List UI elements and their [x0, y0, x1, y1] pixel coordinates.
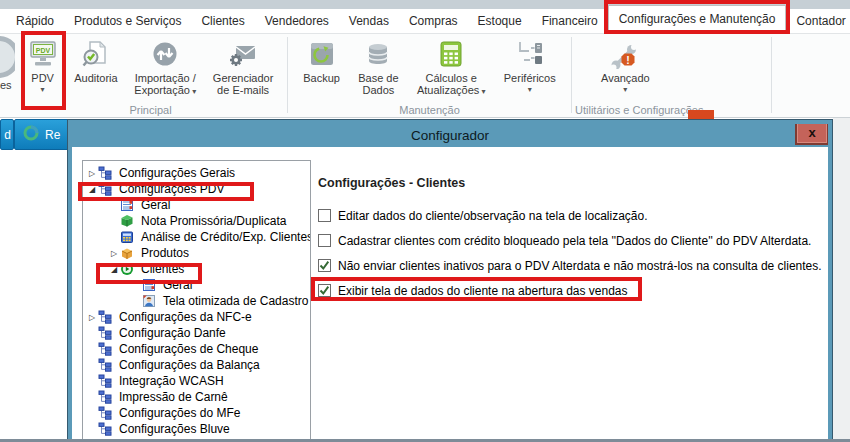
audit-button[interactable]: Auditoria [71, 36, 120, 104]
tree-item-configurações-da-balança[interactable]: Configurações da Balança [83, 357, 310, 373]
peripherals-button[interactable]: Periféricos▾ [501, 36, 559, 104]
dropdown-caret-icon: ▾ [623, 86, 627, 94]
email-manager-button[interactable]: Gerenciadorde E-mails [210, 36, 277, 104]
org-icon [98, 342, 114, 356]
menu-item-configurações-e-manutenção[interactable]: Configurações e Manutenção [608, 5, 787, 33]
ring-icon [22, 124, 40, 145]
tree-item-configurações-do-mfe[interactable]: Configurações do MFe [83, 405, 310, 421]
tree-item-produtos[interactable]: ▷Produtos [83, 245, 310, 261]
ribbon-button-label: Auditoria [74, 72, 117, 84]
org-icon [98, 182, 114, 196]
tree-item-label: Configurações Gerais [119, 166, 235, 180]
tree-item-configurações-gerais[interactable]: ▷Configurações Gerais [83, 165, 310, 181]
ribbon-group-manutenção: BackupBase deDadosCálculos eAtualizações… [288, 33, 571, 117]
checkbox-unchecked[interactable] [318, 234, 331, 247]
tree-item-configurações-bluve[interactable]: Configurações Bluve [83, 421, 310, 437]
tree-item-configurações-da-nfc-e[interactable]: ▷Configurações da NFC-e [83, 309, 310, 325]
checkbox-row-4: Exibir tela de dados do cliente na abert… [318, 283, 822, 298]
group-separator [287, 37, 288, 113]
ribbon-group-principal: PDVPDV▾AuditoriaImportação /Exportação ▾… [14, 33, 287, 117]
menu-item-financeiro[interactable]: Financeiro [532, 9, 608, 33]
menu-item-vendedores[interactable]: Vendedores [255, 9, 339, 33]
tree-item-geral[interactable]: Geral [83, 277, 310, 293]
menu-item-vendas[interactable]: Vendas [339, 9, 399, 33]
org-icon [98, 358, 114, 372]
ribbon-partial-label: es [0, 79, 12, 91]
svg-text:PDV: PDV [35, 47, 50, 54]
quickbar-button-label: Re [45, 128, 60, 142]
ribbon-button-label: de E-mails [217, 84, 269, 96]
tree-item-geral[interactable]: Geral [83, 197, 310, 213]
dropdown-caret-icon: ▾ [41, 86, 45, 94]
org-icon [98, 326, 114, 340]
box-icon [120, 246, 136, 260]
menu-item-rápido[interactable]: Rápido [6, 9, 64, 33]
tree-item-label: Configurações Bluve [119, 422, 230, 436]
menu-item-produtos-e-serviços[interactable]: Produtos e Serviços [64, 9, 191, 33]
background-right-of-dialog [833, 117, 850, 439]
backup-button[interactable]: Backup [300, 36, 343, 104]
quickbar-button-d[interactable]: d [0, 119, 14, 150]
person-icon [142, 294, 158, 308]
tree-item-configuração-danfe[interactable]: Configuração Danfe [83, 325, 310, 341]
expander-expanded-icon[interactable]: ◢ [108, 265, 120, 274]
expander-collapsed-icon[interactable]: ▷ [86, 313, 98, 322]
calculator-button[interactable]: Cálculos eAtualizações ▾ [414, 36, 489, 104]
checkbox-checked[interactable] [318, 284, 331, 297]
tree-item-configurações-pdv[interactable]: ◢Configurações PDV [83, 181, 310, 197]
calculator-icon [436, 38, 466, 70]
tree-item-impressão-de-carnê[interactable]: Impressão de Carnê [83, 389, 310, 405]
menu-item-clientes[interactable]: Clientes [191, 9, 254, 33]
import-export-button[interactable]: Importação /Exportação ▾ [131, 36, 199, 104]
checkbox-checked[interactable] [318, 259, 331, 272]
checkbox-row-2: Cadastrar clientes com crédito bloqueado… [318, 233, 822, 248]
expander-collapsed-icon[interactable]: ▷ [108, 249, 120, 258]
checkbox-unchecked[interactable] [318, 209, 331, 222]
ribbon-partial-button[interactable]: es [0, 33, 15, 117]
ribbon-button-label: Base de [358, 72, 398, 84]
database-button[interactable]: Base deDados [355, 36, 401, 104]
checkbox-list: Editar dados do cliente/observação na te… [318, 208, 822, 308]
partial-circle-icon [0, 36, 15, 78]
org-icon [98, 374, 114, 388]
expander-expanded-icon[interactable]: ◢ [86, 185, 98, 194]
tree-item-label: Geral [141, 198, 170, 212]
email-manager-icon [228, 38, 258, 70]
advanced-button[interactable]: !Avançado▾ [598, 36, 653, 104]
ribbon-group-label: Principal [14, 104, 287, 116]
menu-item-compras[interactable]: Compras [399, 9, 468, 33]
tree-item-configurações-de-cheque[interactable]: Configurações de Cheque [83, 341, 310, 357]
ribbon-group-utilitários-e-configurações: !Avançado▾Utilitários e Configurações [572, 33, 771, 117]
settings-panel: Configurações - Clientes Editar dados do… [318, 147, 824, 442]
menu-item-contador[interactable]: Contador [786, 9, 850, 33]
import-export-icon [150, 38, 180, 70]
close-button[interactable]: x [795, 121, 829, 145]
tree-item-label: Configurações da Balança [119, 358, 260, 372]
pdv-monitor-button[interactable]: PDVPDV▾ [25, 36, 61, 104]
ribbon-button-label: Periféricos [504, 72, 556, 84]
tree-item-integração-wcash[interactable]: Integração WCASH [83, 373, 310, 389]
list-icon [120, 198, 136, 212]
tree-item-tela-otimizada-de-cadastro[interactable]: Tela otimizada de Cadastro [83, 293, 310, 309]
ribbon-button-label: PDV [31, 72, 54, 84]
tree-item-label: Configurações do MFe [119, 406, 240, 420]
tree-item-clientes[interactable]: ◢Clientes [83, 261, 310, 277]
group-separator [571, 37, 572, 113]
dialog-titlebar[interactable]: Configurador x [72, 124, 828, 147]
pdv-monitor-icon: PDV [28, 38, 58, 70]
org-icon [98, 422, 114, 436]
book-icon [120, 214, 136, 228]
tree-item-análise-de-crédito-exp-clientes[interactable]: Análise de Crédito/Exp. Clientes [83, 229, 310, 245]
tree-item-nota-promissória-duplicata[interactable]: Nota Promissória/Duplicata [83, 213, 310, 229]
org-icon [98, 390, 114, 404]
dialog-content: ▷Configurações Gerais◢Configurações PDVG… [72, 147, 828, 442]
red-annotation-fragment [688, 110, 714, 120]
panel-heading: Configurações - Clientes [318, 176, 465, 190]
tree-item-label: Tela otimizada de Cadastro [163, 294, 308, 308]
checkbox-label: Não enviar clientes inativos para o PDV … [338, 259, 822, 273]
expander-collapsed-icon[interactable]: ▷ [86, 169, 98, 178]
tree-item-label: Configurações PDV [119, 182, 224, 196]
group-separator [771, 37, 772, 113]
dialog-title: Configurador [411, 128, 489, 143]
menu-item-estoque[interactable]: Estoque [468, 9, 532, 33]
